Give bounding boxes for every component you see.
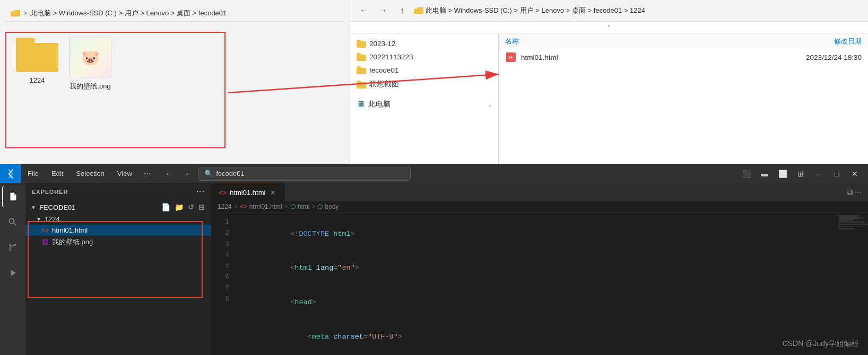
vscode-logo-icon (0, 164, 21, 183)
menu-selection[interactable]: Selection (70, 164, 110, 183)
breadcrumb-1224: 1224 (218, 203, 232, 210)
menu-view[interactable]: View (111, 164, 138, 183)
menu-edit[interactable]: Edit (45, 164, 70, 183)
menu-file-label: File (28, 170, 39, 178)
breadcrumb-sep-3: > (311, 203, 315, 210)
tree-folder-label-2023: 2023-12 (369, 40, 396, 48)
new-file-icon[interactable]: 📄 (160, 203, 171, 211)
activity-git-icon[interactable] (2, 237, 23, 258)
explorer-label: EXPLORER (32, 189, 68, 195)
column-name-header: 名称 (505, 37, 766, 46)
tab-html-icon: <> (219, 189, 227, 197)
breadcrumb-sep1: > (23, 10, 27, 17)
file-html01[interactable]: <> html01.html (25, 225, 211, 236)
file-list-header: 名称 修改日期 (499, 34, 868, 49)
editor-area: <> html01.html ✕ ⧉ ··· 1224 > <> html01.… (211, 183, 868, 355)
minimap-line-1 (838, 215, 859, 217)
png-file-item[interactable]: 🐷 我的壁纸.png (69, 38, 111, 91)
folder-1224-item[interactable]: 1224 (16, 38, 58, 84)
vscode-main-area: EXPLORER ··· ▼ FECODE01 📄 📁 ↺ ⊟ (0, 183, 868, 355)
minimap-line-7 (838, 228, 855, 229)
html-file-icon-sidebar: <> (41, 227, 49, 234)
tab-more-icon[interactable]: ··· (855, 188, 862, 197)
fecode01-label: FECODE01 (39, 203, 76, 211)
titlebar-right-controls: ⬛ ▬ ⬜ ⊞ ─ □ ✕ (739, 166, 868, 182)
file-row-html01[interactable]: H html01.html 2023/12/24 18:30 (499, 49, 868, 65)
collapse-all-icon[interactable]: ⊟ (197, 203, 206, 211)
vscode-window: File Edit Selection View ··· ← → 🔍 fecod… (0, 164, 868, 355)
code-editor[interactable]: 1 2 3 4 5 6 7 8 <!DOCTYPE html> <html la… (211, 212, 868, 355)
breadcrumb-sep-2: > (284, 203, 288, 210)
tab-html01[interactable]: <> html01.html ✕ (211, 183, 285, 201)
subfolder-1224-label: 1224 (45, 215, 60, 223)
breadcrumb-filename: html01.html (249, 203, 282, 210)
maximize-button[interactable]: □ (829, 166, 845, 182)
tree-folder-20221113223[interactable]: 20221113223 (350, 50, 498, 64)
html-icon-badge: H (506, 52, 516, 62)
close-button[interactable]: ✕ (847, 166, 863, 182)
left-explorer-panel: > 此电脑 > Windows-SSD (C:) > 用户 > Lenovo >… (0, 0, 350, 164)
subfolder-1224-chevron: ▼ (36, 216, 41, 222)
activity-run-icon[interactable] (2, 262, 23, 283)
tree-folder-label-2022: 20221113223 (369, 53, 413, 61)
breadcrumb-body-element: ⬡ (317, 203, 323, 210)
sidebar-more-button[interactable]: ··· (196, 187, 205, 197)
forward-button[interactable]: → (376, 3, 390, 18)
html-file-name: html01.html (521, 54, 766, 61)
right-toolbar: ← → ↑ 此电脑 > Windows-SSD (C:) > 用户 > Leno… (350, 0, 868, 22)
layout-sidebar-right-button[interactable]: ⬜ (775, 166, 791, 182)
minimap-line-2 (838, 217, 864, 219)
png-file-icon-sidebar: 🖼 (41, 238, 49, 246)
activity-explorer-icon[interactable] (2, 186, 23, 207)
png-preview: 🐷 (70, 38, 111, 77)
subfolder-1224[interactable]: ▼ 1224 (25, 214, 211, 225)
activity-search-icon[interactable] (2, 211, 23, 233)
code-lines[interactable]: <!DOCTYPE html> <html lang="en"> <head> … (232, 212, 836, 355)
minimize-button[interactable]: ─ (811, 166, 827, 182)
explorer-section: ▼ FECODE01 📄 📁 ↺ ⊟ ▼ 1224 <> (25, 201, 211, 355)
file-wallpaper[interactable]: 🖼 我的壁纸.png (25, 236, 211, 248)
code-line-2: <html lang="en"> (232, 251, 836, 286)
line-numbers: 1 2 3 4 5 6 7 8 (211, 212, 232, 355)
png-file-icon: 🐷 (69, 38, 111, 77)
svg-point-2 (9, 249, 11, 251)
back-button[interactable]: ← (357, 3, 371, 18)
split-editor-icon[interactable]: ⧉ (847, 188, 853, 197)
search-box[interactable]: 🔍 fecode01 (198, 167, 411, 181)
tree-folder-icon-2023 (357, 40, 366, 48)
folder-1224-icon (16, 38, 58, 72)
tree-folder-lenovo[interactable]: 联想截图 (350, 77, 498, 92)
menu-more[interactable]: ··· (138, 164, 156, 183)
activity-bar (0, 183, 25, 355)
new-folder-icon[interactable]: 📁 (173, 203, 185, 211)
expand-chevron: ⌄ (488, 102, 492, 108)
editor-back-button[interactable]: ← (161, 166, 176, 181)
this-pc-label: 此电脑 (368, 100, 390, 109)
collapse-arrow[interactable]: ⌃ (350, 22, 868, 34)
tab-close-button[interactable]: ✕ (268, 188, 277, 197)
left-breadcrumb[interactable]: > 此电脑 > Windows-SSD (C:) > 用户 > Lenovo >… (5, 5, 344, 22)
code-line-1: <!DOCTYPE html> (232, 217, 836, 251)
tree-this-pc[interactable]: 🖥 此电脑 ⌄ (350, 97, 498, 112)
file-grid: 1224 🐷 我的壁纸.png (5, 27, 344, 102)
up-button[interactable]: ↑ (395, 3, 410, 18)
breadcrumb-html-text: html (298, 203, 310, 210)
fecode01-folder[interactable]: ▼ FECODE01 📄 📁 ↺ ⊟ (25, 201, 211, 214)
minimap (836, 212, 868, 355)
refresh-icon[interactable]: ↺ (187, 203, 195, 211)
layout-split-button[interactable]: ▬ (757, 166, 772, 182)
tree-folder-fecode01[interactable]: fecode01 (350, 64, 498, 77)
breadcrumb-text: 此电脑 > Windows-SSD (C:) > 用户 > Lenovo > 桌… (30, 8, 227, 18)
layout-sidebar-left-button[interactable]: ⬛ (739, 166, 754, 182)
layout-grid-button[interactable]: ⊞ (793, 166, 809, 182)
tree-folder-icon-lenovo (357, 81, 366, 88)
menu-file[interactable]: File (21, 164, 45, 183)
folder-actions: 📄 📁 ↺ ⊟ (160, 203, 206, 211)
tab-html-label: html01.html (230, 189, 265, 197)
png-file-label: 我的壁纸.png (70, 82, 110, 91)
editor-forward-button[interactable]: → (178, 166, 193, 181)
folder-1224-label: 1224 (30, 76, 45, 84)
tree-folder-2023-12[interactable]: 2023-12 (350, 37, 498, 50)
tree-folder-icon-fecode01 (357, 66, 366, 74)
tab-bar: <> html01.html ✕ ⧉ ··· (211, 183, 868, 201)
